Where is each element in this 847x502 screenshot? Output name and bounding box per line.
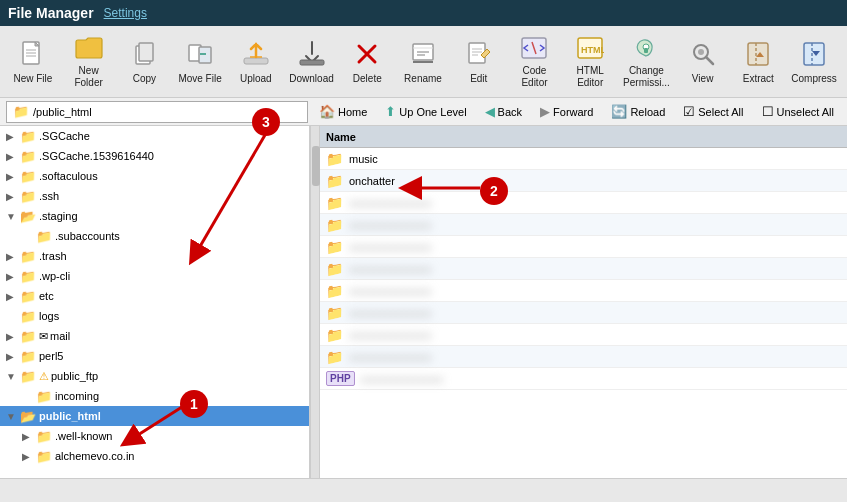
delete-button[interactable]: Delete	[340, 31, 394, 93]
change-perms-button[interactable]: ChangePermissi...	[619, 31, 674, 93]
file7-name: xxxxxxxxxxxxxxx	[349, 285, 432, 297]
rename-button[interactable]: Rename	[396, 31, 450, 93]
toggle-well-known[interactable]: ▶	[22, 431, 36, 442]
compress-button[interactable]: Compress	[787, 31, 841, 93]
toggle-sgcache-ts[interactable]: ▶	[6, 151, 20, 162]
file-row-8[interactable]: 📁 xxxxxxxxxxxxxxx	[320, 302, 847, 324]
sidebar-item-wp-cli[interactable]: ▶ 📁 .wp-cli	[0, 266, 309, 286]
sidebar-item-logs[interactable]: 📁 logs	[0, 306, 309, 326]
back-button[interactable]: ◀ Back	[478, 101, 529, 123]
staging-label: .staging	[39, 210, 78, 222]
edit-label: Edit	[470, 73, 487, 85]
sidebar-item-etc[interactable]: ▶ 📁 etc	[0, 286, 309, 306]
home-label: Home	[338, 106, 367, 118]
toggle-etc[interactable]: ▶	[6, 291, 20, 302]
file-row-9[interactable]: 📁 xxxxxxxxxxxxxxx	[320, 324, 847, 346]
toggle-mail[interactable]: ▶	[6, 331, 20, 342]
code-editor-button[interactable]: CodeEditor	[508, 31, 562, 93]
delete-icon	[351, 38, 383, 70]
edit-button[interactable]: Edit	[452, 31, 506, 93]
settings-link[interactable]: Settings	[104, 6, 147, 20]
sidebar-item-alchemevo[interactable]: ▶ 📁 alchemevo.co.in	[0, 446, 309, 466]
file-row-5[interactable]: 📁 xxxxxxxxxxxxxxx	[320, 236, 847, 258]
html-editor-button[interactable]: HTML HTMLEditor	[563, 31, 617, 93]
sidebar-item-softaculous[interactable]: ▶ 📁 .softaculous	[0, 166, 309, 186]
reload-icon: 🔄	[611, 104, 627, 119]
public-ftp-label: public_ftp	[51, 370, 98, 382]
file-row-4[interactable]: 📁 xxxxxxxxxxxxxxx	[320, 214, 847, 236]
music-name: music	[349, 153, 378, 165]
logs-label: logs	[39, 310, 59, 322]
file-row-onchatter[interactable]: 📁 onchatter	[320, 170, 847, 192]
sidebar-item-sgcache-ts[interactable]: ▶ 📁 .SGCache.1539616440	[0, 146, 309, 166]
toggle-alchemevo[interactable]: ▶	[22, 451, 36, 462]
mail-label: mail	[50, 330, 70, 342]
toggle-public-html[interactable]: ▼	[6, 411, 20, 422]
file3-name: xxxxxxxxxxxxxxx	[349, 197, 432, 209]
sidebar-item-ssh[interactable]: ▶ 📁 .ssh	[0, 186, 309, 206]
toggle-sgcache[interactable]: ▶	[6, 131, 20, 142]
unselect-all-button[interactable]: ☐ Unselect All	[755, 101, 841, 123]
sidebar-item-sgcache[interactable]: ▶ 📁 .SGCache	[0, 126, 309, 146]
view-button[interactable]: View	[676, 31, 730, 93]
main-area: ▶ 📁 .SGCache ▶ 📁 .SGCache.1539616440 ▶ 📁…	[0, 126, 847, 478]
subaccounts-folder-icon: 📁	[36, 229, 52, 244]
sgcache-label: .SGCache	[39, 130, 90, 142]
file-row-7[interactable]: 📁 xxxxxxxxxxxxxxx	[320, 280, 847, 302]
toggle-trash[interactable]: ▶	[6, 251, 20, 262]
onchatter-name: onchatter	[349, 175, 395, 187]
toggle-staging[interactable]: ▼	[6, 211, 20, 222]
file-row-10[interactable]: 📁 xxxxxxxxxxxxxxx	[320, 346, 847, 368]
home-button[interactable]: 🏠 Home	[312, 101, 374, 123]
reload-button[interactable]: 🔄 Reload	[604, 101, 672, 123]
up-one-level-button[interactable]: ⬆ Up One Level	[378, 101, 473, 123]
sidebar-item-perl5[interactable]: ▶ 📁 perl5	[0, 346, 309, 366]
toggle-ssh[interactable]: ▶	[6, 191, 20, 202]
sidebar-item-well-known[interactable]: ▶ 📁 .well-known	[0, 426, 309, 446]
new-file-button[interactable]: New File	[6, 31, 60, 93]
logs-folder-icon: 📁	[20, 309, 36, 324]
file-row-3[interactable]: 📁 xxxxxxxxxxxxxxx	[320, 192, 847, 214]
extract-button[interactable]: Extract	[731, 31, 785, 93]
sidebar-item-mail[interactable]: ▶ 📁 ✉ mail	[0, 326, 309, 346]
sidebar[interactable]: ▶ 📁 .SGCache ▶ 📁 .SGCache.1539616440 ▶ 📁…	[0, 126, 310, 478]
trash-folder-icon: 📁	[20, 249, 36, 264]
php-file-name: xxxxxxxxxxxxxxx	[361, 373, 444, 385]
copy-button[interactable]: Copy	[117, 31, 171, 93]
file-row-music[interactable]: 📁 music	[320, 148, 847, 170]
new-folder-button[interactable]: NewFolder	[62, 31, 116, 93]
move-file-button[interactable]: Move File	[173, 31, 227, 93]
incoming-folder-icon: 📁	[36, 389, 52, 404]
svg-rect-9	[244, 58, 268, 64]
toggle-perl5[interactable]: ▶	[6, 351, 20, 362]
sidebar-item-incoming[interactable]: 📁 incoming	[0, 386, 309, 406]
file3-folder-icon: 📁	[326, 195, 343, 211]
sidebar-scrollbar[interactable]	[310, 126, 320, 478]
sidebar-item-trash[interactable]: ▶ 📁 .trash	[0, 246, 309, 266]
file-row-6[interactable]: 📁 xxxxxxxxxxxxxxx	[320, 258, 847, 280]
file-row-php[interactable]: PHP xxxxxxxxxxxxxxx	[320, 368, 847, 390]
toggle-softaculous[interactable]: ▶	[6, 171, 20, 182]
file4-name: xxxxxxxxxxxxxxx	[349, 219, 432, 231]
file-list-header: Name	[320, 126, 847, 148]
view-icon	[687, 38, 719, 70]
file10-name: xxxxxxxxxxxxxxx	[349, 351, 432, 363]
toggle-wp-cli[interactable]: ▶	[6, 271, 20, 282]
download-button[interactable]: Download	[285, 31, 339, 93]
sidebar-item-public-html[interactable]: ▼ 📂 public_html	[0, 406, 309, 426]
toggle-public-ftp[interactable]: ▼	[6, 371, 20, 382]
delete-label: Delete	[353, 73, 382, 85]
sidebar-item-staging[interactable]: ▼ 📂 .staging	[0, 206, 309, 226]
forward-button[interactable]: ▶ Forward	[533, 101, 600, 123]
upload-button[interactable]: Upload	[229, 31, 283, 93]
extract-icon	[742, 38, 774, 70]
trash-label: .trash	[39, 250, 67, 262]
sidebar-item-subaccounts[interactable]: 📁 .subaccounts	[0, 226, 309, 246]
sgcache-ts-label: .SGCache.1539616440	[39, 150, 154, 162]
wp-cli-folder-icon: 📁	[20, 269, 36, 284]
sidebar-item-public-ftp[interactable]: ▼ 📁 ⚠ public_ftp	[0, 366, 309, 386]
subaccounts-label: .subaccounts	[55, 230, 120, 242]
select-all-button[interactable]: ☑ Select All	[676, 101, 750, 123]
edit-icon	[463, 38, 495, 70]
rename-icon	[407, 38, 439, 70]
